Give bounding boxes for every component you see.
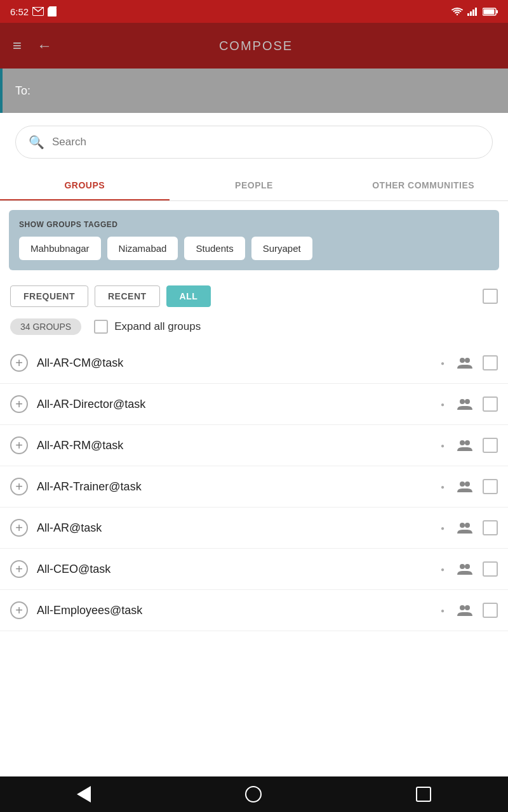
- group-expand-btn-5[interactable]: +: [10, 560, 28, 578]
- group-item: + All-AR-RM@task ●: [0, 425, 508, 466]
- time-display: 6:52: [10, 6, 29, 17]
- group-checkbox-4[interactable]: [483, 520, 498, 535]
- tags-label: SHOW GROUPS TAGGED: [19, 220, 489, 229]
- tag-suryapet[interactable]: Suryapet: [251, 237, 312, 260]
- app-bar: ≡ ← COMPOSE: [0, 23, 508, 69]
- group-expand-btn-0[interactable]: +: [10, 354, 28, 372]
- svg-point-22: [465, 564, 470, 569]
- wifi-icon: [451, 7, 464, 16]
- group-expand-btn-1[interactable]: +: [10, 395, 28, 413]
- filter-all[interactable]: ALL: [166, 285, 211, 307]
- tab-groups[interactable]: GROUPS: [0, 171, 170, 200]
- group-item: + All-Employees@task ●: [0, 590, 508, 631]
- group-expand-btn-4[interactable]: +: [10, 519, 28, 537]
- expand-groups[interactable]: Expand all groups: [94, 320, 201, 334]
- group-expand-btn-6[interactable]: +: [10, 601, 28, 619]
- battery-icon: [483, 8, 498, 16]
- group-checkbox-5[interactable]: [483, 561, 498, 577]
- svg-rect-4: [467, 13, 469, 16]
- message-icon: [32, 7, 44, 16]
- status-time: 6:52: [10, 6, 57, 17]
- search-box: 🔍: [15, 126, 493, 159]
- nav-home-button[interactable]: [245, 786, 262, 802]
- group-people-icon-1: [456, 397, 474, 411]
- group-name-3: All-AR-Trainer@task: [37, 480, 429, 494]
- group-people-icon-4: [456, 521, 474, 535]
- search-container: 🔍: [0, 113, 508, 165]
- group-dot-3: ●: [441, 483, 444, 490]
- group-dot-0: ●: [441, 360, 444, 367]
- group-people-icon-6: [456, 603, 474, 617]
- to-label: To:: [15, 84, 30, 98]
- group-name-5: All-CEO@task: [37, 563, 429, 576]
- tag-nizamabad[interactable]: Nizamabad: [107, 237, 178, 260]
- svg-point-14: [465, 399, 470, 404]
- tag-mahbubnagar[interactable]: Mahbubnagar: [19, 237, 101, 260]
- status-bar: 6:52: [0, 0, 508, 23]
- nav-recent-button[interactable]: [416, 787, 431, 802]
- group-dot-5: ●: [441, 566, 444, 573]
- group-item: + All-AR-CM@task ●: [0, 343, 508, 384]
- svg-point-19: [460, 523, 465, 528]
- to-field[interactable]: To:: [0, 69, 508, 113]
- group-people-icon-5: [456, 562, 474, 576]
- groups-count-row: 34 GROUPS Expand all groups: [0, 313, 508, 343]
- app-bar-title: COMPOSE: [65, 39, 447, 53]
- svg-rect-2: [48, 8, 57, 16]
- group-dot-2: ●: [441, 442, 444, 449]
- nav-recent-icon: [416, 787, 431, 802]
- svg-point-21: [460, 564, 465, 569]
- filter-frequent[interactable]: FREQUENT: [10, 285, 88, 307]
- svg-rect-10: [484, 9, 495, 14]
- group-people-icon-0: [456, 356, 474, 370]
- svg-rect-7: [475, 8, 477, 16]
- group-dot-6: ●: [441, 607, 444, 614]
- status-icons: [451, 7, 498, 16]
- nav-back-button[interactable]: [77, 786, 91, 802]
- group-checkbox-2[interactable]: [483, 438, 498, 453]
- group-checkbox-0[interactable]: [483, 355, 498, 370]
- svg-point-11: [460, 358, 465, 363]
- svg-marker-3: [48, 6, 57, 8]
- tag-students[interactable]: Students: [184, 237, 244, 260]
- svg-point-20: [465, 523, 470, 528]
- nav-back-icon: [77, 786, 91, 802]
- filter-recent[interactable]: RECENT: [95, 285, 160, 307]
- group-people-icon-2: [456, 438, 474, 452]
- search-input[interactable]: [52, 136, 479, 148]
- tab-other-communities[interactable]: OTHER COMMUNITIES: [338, 171, 508, 200]
- main-content: 🔍 GROUPS PEOPLE OTHER COMMUNITIES SHOW G…: [0, 113, 508, 776]
- signal-icon: [467, 7, 479, 16]
- groups-count-badge: 34 GROUPS: [10, 318, 81, 335]
- group-name-1: All-AR-Director@task: [37, 398, 429, 411]
- tags-section: SHOW GROUPS TAGGED Mahbubnagar Nizamabad…: [9, 210, 499, 270]
- tags-row: Mahbubnagar Nizamabad Students Suryapet: [19, 237, 489, 260]
- svg-point-17: [460, 481, 465, 487]
- svg-point-13: [460, 399, 465, 404]
- svg-point-16: [465, 440, 470, 445]
- group-people-icon-3: [456, 480, 474, 494]
- menu-button[interactable]: ≡: [10, 34, 24, 57]
- svg-point-12: [465, 358, 470, 363]
- group-expand-btn-2[interactable]: +: [10, 436, 28, 454]
- svg-rect-5: [470, 11, 472, 16]
- group-expand-btn-3[interactable]: +: [10, 478, 28, 495]
- svg-rect-6: [472, 10, 474, 16]
- group-checkbox-1[interactable]: [483, 396, 498, 412]
- group-dot-4: ●: [441, 525, 444, 532]
- select-all-checkbox[interactable]: [483, 289, 498, 304]
- group-name-4: All-AR@task: [37, 521, 429, 535]
- search-icon: 🔍: [29, 134, 44, 150]
- svg-point-15: [460, 440, 465, 445]
- group-checkbox-3[interactable]: [483, 479, 498, 494]
- group-checkbox-6[interactable]: [483, 603, 498, 618]
- back-button[interactable]: ←: [34, 34, 55, 57]
- group-name-6: All-Employees@task: [37, 604, 429, 617]
- expand-all-checkbox[interactable]: [94, 320, 108, 334]
- bottom-nav: [0, 776, 508, 812]
- tab-bar: GROUPS PEOPLE OTHER COMMUNITIES: [0, 171, 508, 201]
- group-item: + All-AR@task ●: [0, 508, 508, 549]
- tab-people[interactable]: PEOPLE: [170, 171, 339, 200]
- group-name-0: All-AR-CM@task: [37, 357, 429, 370]
- group-item: + All-AR-Trainer@task ●: [0, 466, 508, 508]
